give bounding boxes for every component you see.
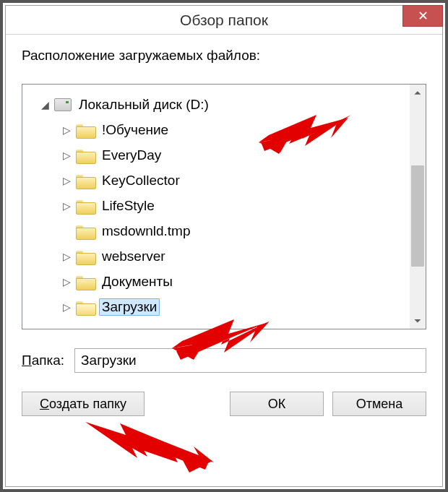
- dialog-title: Обзор папок: [180, 12, 268, 29]
- prompt-text: Расположение загружаемых файлов:: [22, 48, 426, 64]
- tree-item-label: LifeStyle: [99, 197, 158, 215]
- scroll-up-icon[interactable]: ⏶: [410, 85, 426, 100]
- folder-name-input[interactable]: [74, 348, 426, 373]
- ok-button[interactable]: ОК: [230, 392, 324, 416]
- tree-item[interactable]: ▷ EveryDay: [30, 142, 405, 168]
- scrollbar[interactable]: ⏶ ⏷: [410, 85, 426, 329]
- create-folder-button[interactable]: Создать папку: [22, 392, 145, 416]
- close-icon: ✕: [418, 8, 428, 24]
- tree-item-label: Документы: [99, 273, 176, 290]
- folder-icon: [76, 275, 95, 289]
- close-button[interactable]: ✕: [402, 5, 443, 27]
- tree-root-disk[interactable]: ◢ Локальный диск (D:): [30, 92, 405, 117]
- tree-item-label: webserver: [99, 248, 168, 265]
- folder-icon: [76, 123, 95, 137]
- titlebar: Обзор папок ✕: [6, 6, 442, 35]
- folder-tree[interactable]: ◢ Локальный диск (D:) ▷ !Обучение ▷ Ever…: [22, 84, 426, 329]
- tree-item[interactable]: ▷ KeyCollector: [30, 168, 405, 193]
- folder-icon: [76, 173, 95, 188]
- tree-item-label: EveryDay: [99, 147, 164, 164]
- expander-right-icon[interactable]: ▷: [61, 176, 72, 186]
- folder-icon: [76, 199, 95, 213]
- tree-item[interactable]: ▷ LifeStyle: [30, 193, 405, 218]
- expander-right-icon[interactable]: ▷: [61, 277, 72, 287]
- tree-item-label: Загрузки: [99, 298, 160, 316]
- scroll-track[interactable]: [410, 100, 426, 313]
- expander-right-icon[interactable]: ▷: [61, 251, 72, 262]
- folder-browse-dialog: Обзор папок ✕ Расположение загружаемых ф…: [5, 5, 443, 487]
- expander-right-icon[interactable]: ▷: [61, 201, 72, 211]
- folder-icon: [76, 148, 95, 163]
- folder-field-label: Папка:: [22, 353, 64, 368]
- expander-right-icon[interactable]: ▷: [61, 125, 72, 135]
- tree-item-label: Локальный диск (D:): [76, 96, 212, 113]
- scroll-thumb[interactable]: [411, 165, 424, 267]
- tree-item[interactable]: ▷ !Обучение: [30, 117, 405, 142]
- tree-item-label: msdownld.tmp: [99, 223, 194, 240]
- tree-item-selected[interactable]: ▷ Загрузки: [30, 294, 405, 319]
- folder-icon: [76, 224, 95, 238]
- tree-item[interactable]: ▷ msdownld.tmp: [30, 218, 405, 243]
- disk-icon: [54, 98, 72, 111]
- tree-item-label: !Обучение: [99, 121, 171, 139]
- cancel-button[interactable]: Отмена: [332, 392, 426, 416]
- button-row: Создать папку ОК Отмена: [22, 392, 426, 416]
- folder-icon: [76, 249, 95, 264]
- tree-item[interactable]: ▷ webserver: [30, 243, 405, 269]
- scroll-down-icon[interactable]: ⏷: [410, 313, 426, 329]
- dialog-content: Расположение загружаемых файлов: ◢ Локал…: [6, 35, 442, 486]
- selected-folder-row: Папка:: [22, 348, 426, 373]
- expander-down-icon[interactable]: ◢: [40, 100, 50, 110]
- tree-item-label: KeyCollector: [99, 172, 183, 189]
- folder-open-icon: [76, 300, 95, 314]
- tree-item[interactable]: ▷ Документы: [30, 269, 405, 294]
- expander-right-icon[interactable]: ▷: [61, 150, 72, 160]
- expander-right-icon[interactable]: ▷: [61, 302, 72, 312]
